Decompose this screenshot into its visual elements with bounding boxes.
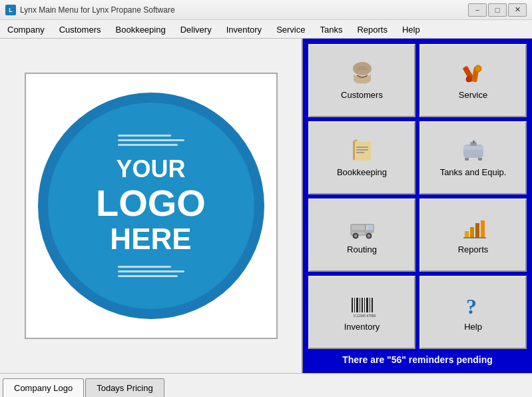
routing-button[interactable]: Routing xyxy=(308,198,415,272)
tanks-icon xyxy=(459,139,487,163)
logo-lines-top xyxy=(118,135,184,146)
close-button[interactable]: ✕ xyxy=(508,3,527,17)
tab-todays-pricing[interactable]: Todays Pricing xyxy=(85,378,164,397)
reports-button[interactable]: Reports xyxy=(419,198,527,272)
tanks-label: Tanks and Equip. xyxy=(440,167,507,177)
logo-circle-outer: YOUR LOGO HERE xyxy=(38,93,264,319)
grid-buttons: Customers Service xyxy=(308,44,527,349)
title-bar: L Lynx Main Menu for Lynx Propane Softwa… xyxy=(0,0,532,20)
svg-rect-21 xyxy=(350,230,374,232)
main-content: YOUR LOGO HERE xyxy=(0,39,532,373)
svg-point-5 xyxy=(475,65,481,72)
logo-line xyxy=(118,266,171,268)
svg-point-25 xyxy=(368,234,370,237)
svg-rect-32 xyxy=(354,298,355,312)
menu-tanks[interactable]: Tanks xyxy=(312,20,350,38)
svg-rect-37 xyxy=(366,298,368,312)
title-bar-controls: − □ ✕ xyxy=(468,3,527,17)
bookkeeping-icon xyxy=(348,139,376,163)
bottom-tabs: Company Logo Todays Pricing xyxy=(0,373,532,397)
svg-point-0 xyxy=(353,62,372,75)
svg-rect-35 xyxy=(362,298,363,312)
svg-text:?: ? xyxy=(466,294,477,318)
app-icon: L xyxy=(5,5,16,15)
logo-line xyxy=(118,139,184,141)
svg-rect-38 xyxy=(370,298,370,312)
wrench-icon xyxy=(459,62,487,86)
help-label: Help xyxy=(464,322,482,332)
left-panel: YOUR LOGO HERE xyxy=(0,39,303,373)
menu-company[interactable]: Company xyxy=(0,20,52,38)
svg-rect-33 xyxy=(356,298,358,312)
help-button[interactable]: ? Help xyxy=(419,276,527,349)
svg-rect-39 xyxy=(372,298,373,312)
logo-container: YOUR LOGO HERE xyxy=(25,73,278,339)
svg-rect-11 xyxy=(353,141,355,160)
svg-rect-27 xyxy=(470,227,474,238)
minimize-button[interactable]: − xyxy=(468,3,487,17)
inventory-button[interactable]: 0 12345 67890 Inventory xyxy=(308,276,415,349)
right-panel: Customers Service xyxy=(303,39,532,373)
svg-rect-28 xyxy=(475,223,479,238)
logo-lines-bottom xyxy=(118,266,184,277)
bookkeeping-label: Bookkeeping xyxy=(337,167,387,177)
menu-inventory[interactable]: Inventory xyxy=(219,20,269,38)
svg-rect-16 xyxy=(465,158,469,161)
menu-service[interactable]: Service xyxy=(269,20,312,38)
service-label: Service xyxy=(459,90,487,100)
svg-rect-26 xyxy=(465,231,469,238)
svg-rect-7 xyxy=(354,142,371,161)
logo-text: YOUR LOGO HERE xyxy=(96,156,206,256)
customers-label: Customers xyxy=(341,90,383,100)
restore-button[interactable]: □ xyxy=(488,3,507,17)
svg-rect-29 xyxy=(481,220,485,238)
handshake-icon xyxy=(348,62,376,86)
tab-company-logo[interactable]: Company Logo xyxy=(3,378,84,397)
svg-point-6 xyxy=(466,77,471,82)
menu-customers[interactable]: Customers xyxy=(52,20,109,38)
svg-text:0 12345 67890: 0 12345 67890 xyxy=(354,314,376,318)
svg-rect-15 xyxy=(473,141,475,143)
title-bar-left: L Lynx Main Menu for Lynx Propane Softwa… xyxy=(5,5,175,15)
menu-delivery[interactable]: Delivery xyxy=(173,20,219,38)
truck-icon xyxy=(348,216,376,240)
bookkeeping-button[interactable]: Bookkeeping xyxy=(308,121,415,195)
svg-point-23 xyxy=(354,234,357,237)
svg-rect-36 xyxy=(364,298,365,312)
help-icon: ? xyxy=(459,294,487,318)
tanks-button[interactable]: Tanks and Equip. xyxy=(419,121,527,195)
menu-bar: Company Customers Bookkeeping Delivery I… xyxy=(0,20,532,39)
reminders-text: There are "56" reminders pending xyxy=(308,349,527,368)
logo-your-text: YOUR xyxy=(96,156,206,183)
service-button[interactable]: Service xyxy=(419,44,527,117)
customers-button[interactable]: Customers xyxy=(308,44,415,117)
svg-rect-31 xyxy=(352,298,353,312)
routing-label: Routing xyxy=(347,244,377,254)
logo-line xyxy=(118,144,178,146)
logo-circle-inner: YOUR LOGO HERE xyxy=(48,103,254,309)
logo-logo-text: LOGO xyxy=(96,183,206,224)
menu-reports[interactable]: Reports xyxy=(350,20,395,38)
svg-rect-34 xyxy=(360,298,360,312)
logo-line xyxy=(118,270,184,272)
logo-line xyxy=(118,135,171,137)
reports-icon xyxy=(459,216,487,240)
svg-rect-17 xyxy=(478,158,482,161)
svg-rect-20 xyxy=(368,226,372,230)
menu-bookkeeping[interactable]: Bookkeeping xyxy=(109,20,173,38)
inventory-label: Inventory xyxy=(344,322,380,332)
logo-here-text: HERE xyxy=(96,223,206,255)
window-title: Lynx Main Menu for Lynx Propane Software xyxy=(20,5,175,15)
menu-help[interactable]: Help xyxy=(395,20,427,38)
svg-rect-13 xyxy=(463,146,483,150)
reports-label: Reports xyxy=(458,244,489,254)
logo-line xyxy=(118,275,178,277)
barcode-icon: 0 12345 67890 xyxy=(348,294,376,318)
